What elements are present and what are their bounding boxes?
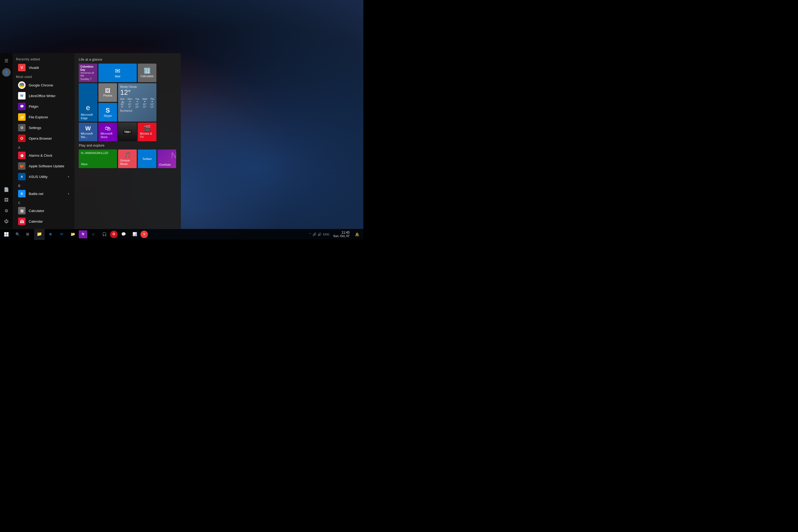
word-icon: W (86, 125, 91, 132)
taskbar-stocks-icon[interactable]: 📊 (129, 229, 140, 240)
news-label: News (123, 130, 131, 134)
app-item-pidgin[interactable]: 💬 Pidgin (16, 101, 71, 112)
mail-label: Mail (115, 75, 120, 78)
app-name-opera: Opera Browser (29, 136, 52, 140)
app-item-apple-update[interactable]: 🍎 Apple Software Update (16, 161, 71, 171)
libreoffice-icon: W (18, 92, 25, 99)
tile-xbox[interactable]: Hi, IAMANINJAKILLER Xbox (79, 150, 117, 168)
app-name-vivaldi: Vivaldi (29, 66, 39, 70)
photos-nav-icon[interactable]: 🖼 (0, 195, 13, 205)
volume-icon[interactable]: 🔊 (318, 232, 322, 236)
settings-nav-icon[interactable]: ⚙ (0, 205, 13, 216)
start-menu-left-panel: ☰ 👤 📄 🖼 ⚙ ⏻ Recently added V Vivaldi Mos… (0, 53, 75, 229)
photos-icon: 🖼 (105, 88, 110, 94)
chrome-icon (18, 81, 25, 89)
tile-calendar[interactable]: Columbus Day Tomorrow all day Sunday 7 (79, 63, 97, 82)
app-item-battlenet[interactable]: B Battle.net ▾ (16, 188, 71, 199)
app-item-alarms[interactable]: ⏰ Alarms & Clock (16, 150, 71, 161)
svg-rect-2 (4, 232, 6, 234)
show-hidden-icons-button[interactable]: ⌃ (309, 232, 311, 236)
documents-nav-icon[interactable]: 📄 (0, 184, 13, 195)
tile-mail[interactable]: ✉ Mail (98, 63, 137, 82)
alarms-icon: ⏰ (18, 152, 25, 159)
taskbar-opera-icon[interactable]: O (110, 231, 118, 238)
taskbar-app-icons: 📁 e ✉ 📂 N ♫ 🎧 O 💬 📊 V (33, 229, 149, 240)
movies-icon: 🎬 (144, 125, 151, 132)
calc-icon: 🔢 (144, 68, 151, 75)
weather-forecast-row: Sun☁20°8° Mon☀21°9° Tue☀22°10° Wed☀22°12… (120, 98, 154, 108)
app-item-calculator[interactable]: ▦ Calculator (16, 205, 71, 216)
hamburger-menu-button[interactable]: ☰ (0, 55, 13, 66)
taskbar-onenote-icon[interactable]: N (79, 230, 87, 238)
movies-label: Movies & TV (140, 132, 154, 139)
asus-expand-arrow: ▾ (68, 175, 69, 178)
weather-city: Bucharest (120, 109, 154, 112)
xbox-greeting: Hi, IAMANINJAKILLER (81, 152, 115, 155)
task-view-button[interactable]: ⊞ (22, 229, 33, 240)
start-menu-tiles-panel: Life at a glance Columbus Day Tomorrow a… (75, 53, 181, 229)
app-item-calendar[interactable]: 📅 Calendar (16, 216, 71, 227)
app-name-pidgin: Pidgin (29, 104, 38, 109)
recently-added-label: Recently added (16, 55, 71, 62)
tile-skype[interactable]: S Skype (98, 103, 117, 121)
taskbar-headphones-icon[interactable]: 🎧 (99, 229, 110, 240)
tile-photos[interactable]: 🖼 Photos (98, 83, 117, 102)
language-indicator[interactable]: ENG (323, 233, 330, 236)
xbox-label: Xbox (81, 163, 115, 166)
taskbar-whatsapp-icon[interactable]: 💬 (118, 229, 129, 240)
app-item-settings[interactable]: ⚙ Settings (16, 122, 71, 133)
app-name-battlenet: Battle.net (29, 192, 43, 196)
tile-surface[interactable]: Surface (138, 150, 156, 168)
app-item-asus[interactable]: A ASUS Utility ▾ (16, 171, 71, 182)
clock-date: Sun, Oct, 07 (333, 234, 349, 238)
alpha-c: C (16, 199, 71, 205)
app-item-vivaldi[interactable]: V Vivaldi (16, 62, 71, 73)
tile-news[interactable]: 📰 News (118, 122, 137, 141)
word-label: Microsoft Wo... (81, 132, 95, 139)
system-clock[interactable]: 11:43 Sun, Oct, 07 (331, 231, 352, 238)
network-icon[interactable]: 🔗 (312, 232, 317, 236)
taskbar-filemanager-icon[interactable]: 📂 (68, 229, 78, 240)
tile-groove[interactable]: 🎵 Groove Music (118, 150, 137, 168)
tile-movies[interactable]: 🎬 Movies & TV (138, 122, 156, 141)
calendar-day: Sunday 7 (80, 78, 96, 81)
weather-condition: Mostly Cloudy (120, 86, 154, 88)
taskbar-spotify-icon[interactable]: ♫ (88, 229, 98, 240)
taskbar-search-button[interactable]: 🔍 (13, 229, 22, 240)
asus-icon: A (18, 173, 25, 180)
app-name-calculator: Calculator (29, 209, 44, 213)
tile-store[interactable]: 🛍 Microsoft Store (98, 122, 117, 141)
surface-icon: Surface (142, 157, 152, 160)
taskbar-vivaldi-icon[interactable]: V (140, 231, 148, 238)
user-avatar[interactable]: 👤 (2, 68, 11, 77)
app-item-chrome[interactable]: Google Chrome (16, 80, 71, 91)
app-item-opera[interactable]: O Opera Browser (16, 133, 71, 144)
tile-weather[interactable]: Mostly Cloudy 12° Sun☁20°8° Mon☀21°9° Tu… (118, 83, 156, 121)
app-name-apple-update: Apple Software Update (29, 164, 64, 168)
tile-word[interactable]: W Microsoft Wo... (79, 122, 97, 141)
explorer-icon: 📁 (18, 113, 25, 121)
taskbar-explorer-icon[interactable]: 📁 (34, 229, 45, 240)
app-name-settings: Settings (29, 126, 41, 130)
battlenet-expand-arrow: ▾ (68, 192, 69, 195)
app-item-explorer[interactable]: 📁 File Explorer (16, 112, 71, 122)
vivaldi-icon: V (18, 64, 25, 71)
most-used-label: Most used (16, 73, 71, 80)
power-nav-icon[interactable]: ⏻ (0, 216, 13, 227)
store-label: Microsoft Store (100, 132, 115, 139)
tile-edge[interactable]: e Microsoft Edge (79, 83, 97, 121)
alpha-a: A (16, 144, 71, 150)
photos-label: Photos (103, 94, 112, 97)
taskbar-mail-icon[interactable]: ✉ (56, 229, 67, 240)
app-name-libreoffice: LibreOffice Writer (29, 94, 56, 98)
app-name-alarms: Alarms & Clock (29, 153, 52, 157)
tile-onenote[interactable]: N OneNote (157, 150, 176, 168)
notification-center-button[interactable]: 🔔 (353, 229, 361, 240)
taskbar-edge-icon[interactable]: e (45, 229, 56, 240)
clock-time: 11:43 (342, 231, 349, 234)
start-button[interactable] (0, 229, 13, 240)
svg-rect-4 (4, 234, 6, 236)
tile-calculator[interactable]: 🔢 Calculator (138, 63, 156, 82)
app-item-libreoffice[interactable]: W LibreOffice Writer (16, 91, 71, 101)
play-explore-label: Play and explore (79, 144, 178, 147)
